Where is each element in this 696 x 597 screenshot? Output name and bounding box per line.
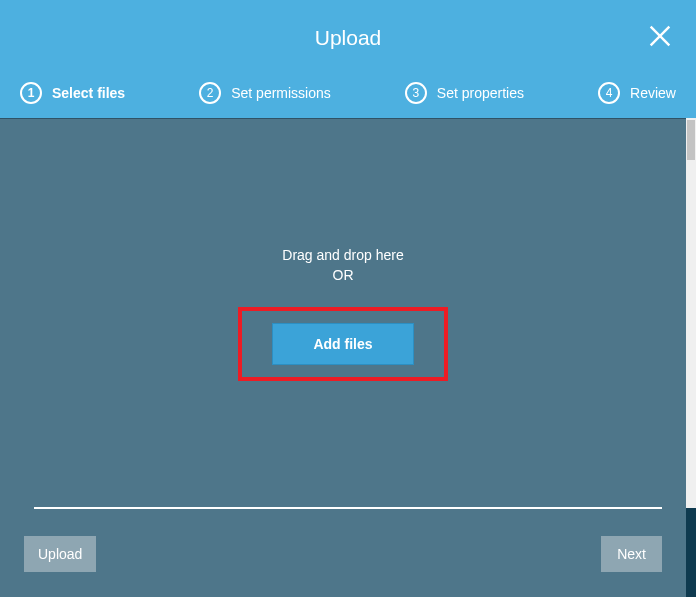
add-files-button[interactable]: Add files <box>272 323 413 365</box>
wizard-steps: 1 Select files 2 Set permissions 3 Set p… <box>0 82 696 104</box>
step-review[interactable]: 4 Review <box>598 82 676 104</box>
close-icon <box>646 22 674 50</box>
upload-button[interactable]: Upload <box>24 536 96 572</box>
step-number: 1 <box>20 82 42 104</box>
modal-title: Upload <box>0 0 696 50</box>
step-number: 3 <box>405 82 427 104</box>
divider <box>34 507 662 509</box>
next-button[interactable]: Next <box>601 536 662 572</box>
step-label: Select files <box>52 85 125 101</box>
scrollbar-track[interactable] <box>686 118 696 508</box>
close-button[interactable] <box>646 22 674 50</box>
step-select-files[interactable]: 1 Select files <box>20 82 125 104</box>
step-label: Set permissions <box>231 85 331 101</box>
scrollbar-thumb[interactable] <box>687 120 695 160</box>
drop-text: Drag and drop here <box>282 246 403 266</box>
modal-footer: Upload Next <box>0 529 686 579</box>
modal-content: Drag and drop here OR Add files Upload N… <box>0 118 686 597</box>
step-label: Set properties <box>437 85 524 101</box>
step-number: 4 <box>598 82 620 104</box>
step-label: Review <box>630 85 676 101</box>
modal-header: Upload 1 Select files 2 Set permissions … <box>0 0 696 118</box>
highlight-box: Add files <box>238 307 447 381</box>
upload-modal: Upload 1 Select files 2 Set permissions … <box>0 0 696 597</box>
step-set-properties[interactable]: 3 Set properties <box>405 82 524 104</box>
drop-area[interactable]: Drag and drop here OR Add files <box>0 119 686 508</box>
step-set-permissions[interactable]: 2 Set permissions <box>199 82 331 104</box>
drop-or: OR <box>333 267 354 283</box>
step-number: 2 <box>199 82 221 104</box>
